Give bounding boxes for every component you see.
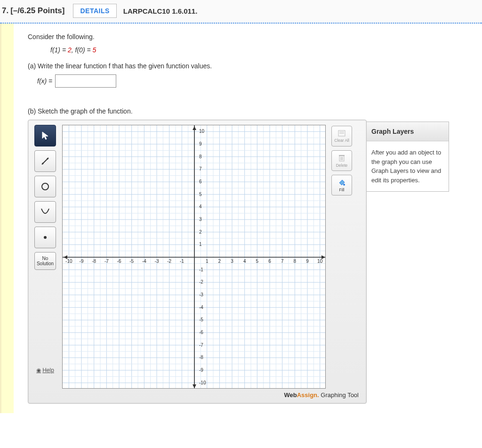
svg-text:-10: -10: [65, 259, 72, 264]
svg-text:-3: -3: [199, 292, 203, 297]
svg-point-4: [42, 183, 48, 190]
svg-text:-2: -2: [167, 259, 171, 264]
question-points: [–/6.25 Points]: [10, 6, 64, 16]
svg-text:-3: -3: [155, 259, 159, 264]
svg-text:3: 3: [199, 217, 202, 222]
draw-toolbar: No Solution ◉ Help: [33, 125, 57, 374]
svg-marker-92: [193, 126, 196, 130]
graphing-tool-panel: No Solution ◉ Help -10-9-8-7-6-5-4-3-2-1…: [28, 120, 367, 404]
svg-text:5: 5: [256, 259, 259, 264]
graph-layers-body: After you add an object to the graph you…: [367, 141, 449, 191]
graph-layers-panel: Graph Layers After you add an object to …: [367, 122, 449, 192]
svg-text:7: 7: [199, 166, 202, 171]
svg-text:-8: -8: [92, 259, 96, 264]
svg-text:-10: -10: [199, 380, 206, 385]
svg-text:-5: -5: [129, 259, 134, 264]
svg-text:2: 2: [199, 229, 202, 235]
delete-button[interactable]: Delete: [331, 150, 352, 171]
brand-footer: WebAssign. Graphing Tool: [33, 389, 362, 399]
part-a-label: (a) Write the linear function f that has…: [28, 62, 477, 70]
svg-text:-9: -9: [80, 259, 84, 264]
svg-point-5: [44, 236, 47, 239]
svg-text:-7: -7: [104, 259, 109, 264]
svg-text:3: 3: [231, 259, 233, 264]
svg-text:8: 8: [294, 259, 297, 264]
fill-icon: [337, 178, 346, 187]
svg-text:9: 9: [306, 259, 309, 264]
svg-text:-4: -4: [142, 259, 146, 264]
svg-text:6: 6: [268, 259, 271, 264]
svg-text:-1: -1: [199, 267, 203, 272]
source-reference: LARPCALC10 1.6.011.: [123, 7, 198, 15]
svg-marker-93: [193, 384, 196, 388]
question-number: 7.: [2, 6, 8, 16]
question-header: 7. [–/6.25 Points] DETAILS LARPCALC10 1.…: [0, 0, 482, 24]
fx-input-row: f(x) =: [37, 74, 477, 88]
svg-text:5: 5: [199, 192, 202, 197]
svg-text:9: 9: [199, 141, 202, 147]
svg-text:-4: -4: [199, 305, 203, 310]
cursor-icon: [40, 131, 50, 140]
svg-marker-0: [42, 132, 48, 139]
svg-rect-138: [339, 155, 345, 156]
svg-text:7: 7: [281, 259, 284, 264]
svg-text:4: 4: [243, 259, 246, 264]
point-icon: [40, 233, 50, 242]
svg-text:10: 10: [199, 129, 205, 134]
part-b-label: (b) Sketch the graph of the function.: [28, 107, 477, 115]
svg-point-142: [343, 184, 345, 186]
help-link[interactable]: ◉ Help: [36, 367, 54, 374]
svg-text:-2: -2: [199, 279, 203, 285]
intro-text: Consider the following.: [28, 33, 477, 41]
fill-button[interactable]: Fill: [331, 175, 352, 195]
svg-text:1: 1: [199, 242, 202, 247]
parabola-icon: [40, 207, 50, 217]
given-values: f(1) = 2, f(0) = 5: [50, 46, 477, 54]
svg-text:-5: -5: [199, 317, 203, 322]
pointer-tool[interactable]: [34, 125, 56, 147]
svg-text:-6: -6: [199, 330, 203, 335]
clear-all-icon: [337, 130, 346, 137]
graph-area: No Solution ◉ Help -10-9-8-7-6-5-4-3-2-1…: [28, 120, 477, 404]
trash-icon: [338, 154, 345, 162]
fx-label: f(x) =: [37, 77, 52, 85]
svg-text:2: 2: [218, 259, 221, 264]
svg-text:4: 4: [199, 204, 202, 209]
svg-text:6: 6: [199, 179, 202, 184]
clear-all-button[interactable]: Clear All: [331, 126, 352, 147]
graph-canvas[interactable]: -10-9-8-7-6-5-4-3-2-112345678910-10-9-8-…: [62, 125, 326, 389]
svg-text:-1: -1: [180, 259, 184, 264]
action-toolbar: Clear All Delete Fill: [330, 126, 353, 195]
details-button[interactable]: DETAILS: [73, 4, 116, 18]
line-icon: [40, 156, 50, 166]
circle-tool[interactable]: [34, 176, 56, 197]
circle-icon: [40, 182, 50, 191]
svg-text:-6: -6: [117, 259, 121, 264]
svg-text:-8: -8: [199, 355, 203, 360]
svg-text:1: 1: [206, 259, 209, 264]
no-solution-button[interactable]: No Solution: [34, 252, 56, 270]
svg-text:-7: -7: [199, 342, 203, 348]
parabola-tool[interactable]: [34, 201, 56, 223]
help-icon: ◉: [36, 367, 41, 374]
point-tool[interactable]: [34, 227, 56, 248]
question-body: Consider the following. f(1) = 2, f(0) =…: [0, 24, 482, 413]
svg-text:8: 8: [199, 154, 202, 159]
svg-text:-9: -9: [199, 367, 203, 373]
svg-text:10: 10: [317, 259, 323, 264]
fx-answer-input[interactable]: [55, 74, 116, 88]
graph-layers-title: Graph Layers: [367, 122, 449, 141]
line-tool[interactable]: [34, 150, 56, 172]
